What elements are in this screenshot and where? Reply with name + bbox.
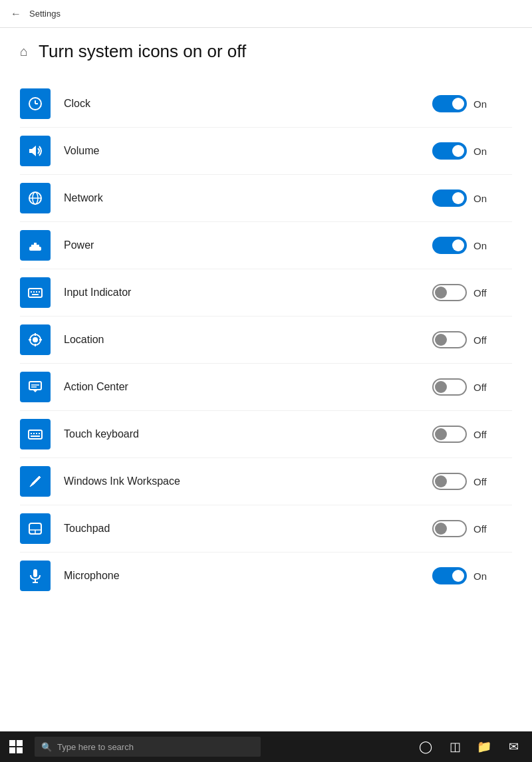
- toggle-clock[interactable]: [432, 95, 467, 112]
- svg-rect-14: [36, 291, 37, 293]
- toggle-label-clock: On: [473, 98, 492, 110]
- mail-icon[interactable]: ✉: [501, 735, 525, 759]
- svg-rect-13: [33, 291, 35, 293]
- svg-point-17: [33, 337, 38, 342]
- setting-name-power: Power: [64, 239, 432, 251]
- start-button[interactable]: [0, 731, 32, 762]
- taskbar-right-icons: ◯ ◫ 📁 ✉: [414, 735, 532, 759]
- svg-rect-11: [29, 289, 42, 297]
- svg-rect-27: [29, 430, 42, 439]
- toggle-microphone[interactable]: [432, 567, 467, 584]
- toggle-area-touch-keyboard: Off: [432, 426, 512, 443]
- setting-name-location: Location: [64, 334, 432, 346]
- microphone-icon-box: [20, 561, 51, 591]
- toggle-label-volume: On: [473, 146, 492, 157]
- input-indicator-icon-box: [20, 277, 51, 308]
- toggle-windows-ink[interactable]: [432, 473, 467, 490]
- toggle-touchpad[interactable]: [432, 520, 467, 537]
- action-center-icon-box: [20, 372, 51, 402]
- toggle-volume[interactable]: [432, 142, 467, 160]
- svg-rect-41: [17, 740, 23, 746]
- toggle-area-action-center: Off: [432, 378, 512, 396]
- clock-icon-box: [20, 88, 51, 119]
- setting-row-clock: Clock On: [20, 80, 512, 128]
- title-bar: ← Settings: [0, 0, 532, 28]
- svg-rect-16: [32, 294, 39, 295]
- network-icon-box: [20, 183, 51, 213]
- svg-rect-23: [29, 382, 41, 390]
- setting-row-action-center: Action Center Off: [20, 364, 512, 411]
- setting-name-volume: Volume: [64, 145, 432, 157]
- setting-row-volume: Volume On: [20, 128, 512, 175]
- toggle-label-touch-keyboard: Off: [473, 429, 492, 440]
- svg-rect-10: [37, 245, 39, 248]
- home-icon: ⌂: [20, 44, 28, 59]
- setting-name-touch-keyboard: Touch keyboard: [64, 428, 432, 440]
- toggle-area-clock: On: [432, 95, 512, 112]
- toggle-touch-keyboard[interactable]: [432, 426, 467, 443]
- toggle-input-indicator[interactable]: [432, 284, 467, 301]
- search-placeholder-text: Type here to search: [57, 742, 134, 752]
- setting-row-touchpad: Touchpad Off: [20, 505, 512, 553]
- svg-rect-30: [36, 433, 37, 434]
- toggle-label-action-center: Off: [473, 382, 492, 393]
- setting-name-clock: Clock: [64, 98, 432, 110]
- toggle-area-network: On: [432, 190, 512, 207]
- taskbar-search-box[interactable]: 🔍 Type here to search: [35, 737, 261, 757]
- toggle-network[interactable]: [432, 190, 467, 207]
- svg-marker-26: [33, 390, 38, 392]
- volume-icon-box: [20, 136, 51, 166]
- toggle-label-microphone: On: [473, 571, 492, 582]
- multitasking-icon[interactable]: ◫: [443, 735, 467, 759]
- search-icon: 🔍: [41, 742, 52, 752]
- toggle-label-network: On: [473, 193, 492, 204]
- toggle-area-power: On: [432, 237, 512, 254]
- svg-rect-40: [9, 740, 15, 746]
- svg-rect-32: [31, 436, 40, 437]
- back-button[interactable]: ←: [11, 8, 21, 20]
- setting-name-input-indicator: Input Indicator: [64, 287, 432, 299]
- svg-rect-29: [33, 433, 35, 434]
- toggle-area-touchpad: Off: [432, 520, 512, 537]
- setting-row-microphone: Microphone On: [20, 553, 512, 599]
- windows-logo-icon: [9, 740, 23, 753]
- file-explorer-icon[interactable]: 📁: [472, 735, 496, 759]
- setting-name-microphone: Microphone: [64, 570, 432, 582]
- svg-rect-12: [31, 291, 32, 293]
- title-bar-text: Settings: [29, 9, 61, 19]
- toggle-area-input-indicator: Off: [432, 284, 512, 301]
- main-content: ⌂ Turn system icons on or off Clock On V…: [0, 28, 532, 731]
- power-icon-box: [20, 230, 51, 261]
- page-header: ⌂ Turn system icons on or off: [20, 41, 512, 62]
- settings-list: Clock On Volume On: [20, 80, 512, 599]
- svg-rect-8: [31, 245, 34, 248]
- task-view-icon[interactable]: ◯: [414, 735, 438, 759]
- setting-name-action-center: Action Center: [64, 381, 432, 393]
- taskbar: 🔍 Type here to search ◯ ◫ 📁 ✉: [0, 731, 532, 762]
- toggle-label-input-indicator: Off: [473, 287, 492, 299]
- location-icon-box: [20, 324, 51, 355]
- svg-rect-9: [34, 243, 37, 248]
- toggle-action-center[interactable]: [432, 378, 467, 396]
- toggle-area-windows-ink: Off: [432, 473, 512, 490]
- svg-rect-37: [33, 569, 37, 577]
- toggle-label-touchpad: Off: [473, 523, 492, 535]
- toggle-power[interactable]: [432, 237, 467, 254]
- setting-name-network: Network: [64, 192, 432, 204]
- toggle-label-location: Off: [473, 334, 492, 346]
- svg-rect-28: [31, 433, 32, 434]
- setting-name-touchpad: Touchpad: [64, 523, 432, 535]
- toggle-location[interactable]: [432, 331, 467, 348]
- windows-ink-icon-box: [20, 466, 51, 497]
- toggle-area-location: Off: [432, 331, 512, 348]
- toggle-area-microphone: On: [432, 567, 512, 584]
- toggle-area-volume: On: [432, 142, 512, 160]
- svg-rect-43: [17, 747, 23, 753]
- touch-keyboard-icon-box: [20, 419, 51, 449]
- setting-name-windows-ink: Windows Ink Workspace: [64, 475, 432, 487]
- toggle-label-windows-ink: Off: [473, 476, 492, 487]
- svg-rect-42: [9, 747, 15, 753]
- page-title: Turn system icons on or off: [39, 41, 246, 62]
- setting-row-location: Location Off: [20, 317, 512, 364]
- setting-row-windows-ink: Windows Ink Workspace Off: [20, 458, 512, 505]
